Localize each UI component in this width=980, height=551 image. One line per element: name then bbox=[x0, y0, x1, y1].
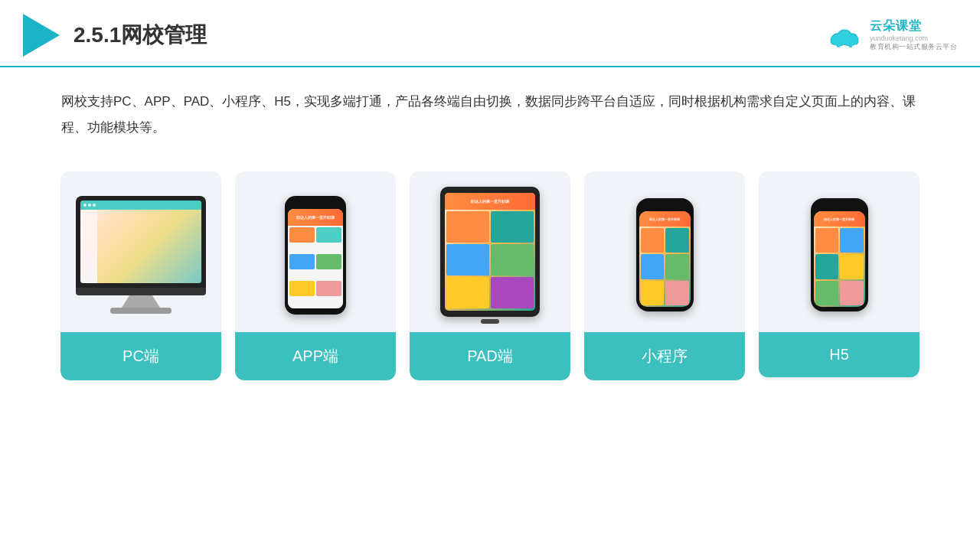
card-miniprogram-label: 小程序 bbox=[584, 332, 745, 380]
cloud-icon bbox=[825, 21, 864, 49]
card-pad-label: PAD端 bbox=[410, 332, 570, 380]
header-left: 2.5.1网校管理 bbox=[23, 14, 207, 57]
phone-mockup-icon: 职达人的第一堂升职课 bbox=[285, 196, 346, 315]
card-pad: 职达人的第一堂升职课 PAD端 bbox=[410, 171, 570, 380]
card-miniprogram-image: 职达人的第一堂升职课 bbox=[584, 171, 745, 332]
miniprogram-phone-icon: 职达人的第一堂升职课 bbox=[634, 198, 695, 311]
cards-section: PC端 职达人的第一堂升职课 bbox=[0, 148, 980, 396]
card-h5: 职达人的第一堂升职课 H5 bbox=[759, 171, 920, 380]
card-pc: PC端 bbox=[60, 171, 221, 380]
card-app: 职达人的第一堂升职课 bbox=[235, 171, 396, 380]
brand-tagline: 教育机构一站式服务云平台 bbox=[870, 42, 957, 52]
page-title: 2.5.1网校管理 bbox=[74, 21, 207, 50]
h5-phone-icon: 职达人的第一堂升职课 bbox=[808, 198, 870, 311]
svg-rect-12 bbox=[831, 38, 858, 44]
brand-text: 云朵课堂 yunduoketang.com 教育机构一站式服务云平台 bbox=[870, 18, 957, 52]
logo-triangle-icon bbox=[23, 14, 60, 57]
card-pc-label: PC端 bbox=[60, 332, 221, 380]
card-h5-image: 职达人的第一堂升职课 bbox=[759, 171, 920, 332]
brand-name: 云朵课堂 bbox=[870, 18, 922, 34]
card-h5-label: H5 bbox=[759, 332, 920, 377]
tablet-mockup-icon: 职达人的第一堂升职课 bbox=[440, 187, 540, 324]
brand-url: yunduoketang.com bbox=[870, 34, 928, 42]
svg-rect-13 bbox=[837, 43, 840, 47]
brand-logo: 云朵课堂 yunduoketang.com 教育机构一站式服务云平台 bbox=[825, 18, 957, 52]
description-text: 网校支持PC、APP、PAD、小程序、H5，实现多端打通，产品各终端自由切换，数… bbox=[0, 67, 980, 148]
pc-monitor-icon bbox=[76, 196, 206, 314]
svg-rect-14 bbox=[849, 43, 852, 47]
card-app-label: APP端 bbox=[235, 332, 396, 380]
header: 2.5.1网校管理 云朵课堂 bbox=[0, 0, 980, 67]
card-pad-image: 职达人的第一堂升职课 bbox=[410, 171, 570, 332]
card-app-image: 职达人的第一堂升职课 bbox=[235, 171, 396, 332]
card-pc-image bbox=[60, 171, 221, 332]
card-miniprogram: 职达人的第一堂升职课 小程序 bbox=[584, 171, 745, 380]
